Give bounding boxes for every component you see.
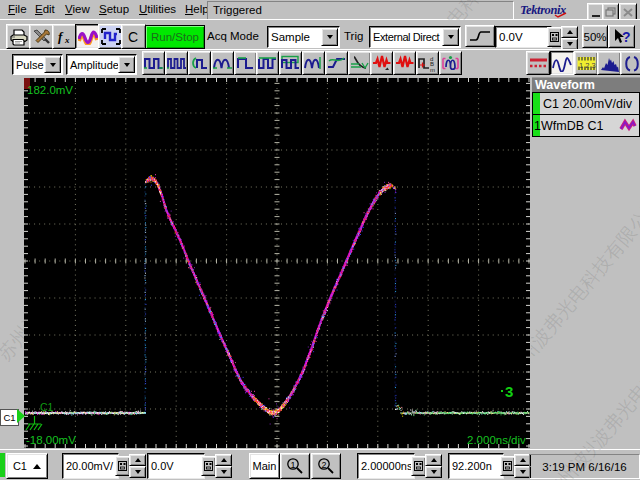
svg-text:3: 3 bbox=[505, 383, 513, 400]
svg-text:x: x bbox=[64, 35, 70, 45]
svg-text:1: 1 bbox=[291, 460, 296, 470]
svg-text:?: ? bbox=[622, 29, 631, 45]
svg-text:f: f bbox=[58, 29, 64, 44]
svg-text:C: C bbox=[128, 29, 138, 45]
svg-text:C1: C1 bbox=[40, 401, 54, 413]
svg-text:2.000ns/div: 2.000ns/div bbox=[467, 434, 526, 446]
svg-text:2: 2 bbox=[322, 460, 327, 470]
svg-text:182.0mV: 182.0mV bbox=[27, 84, 73, 96]
svg-text:m: m bbox=[430, 67, 435, 73]
svg-text:1 2 3: 1 2 3 bbox=[579, 60, 596, 69]
svg-text:-18.00mV: -18.00mV bbox=[26, 434, 76, 446]
